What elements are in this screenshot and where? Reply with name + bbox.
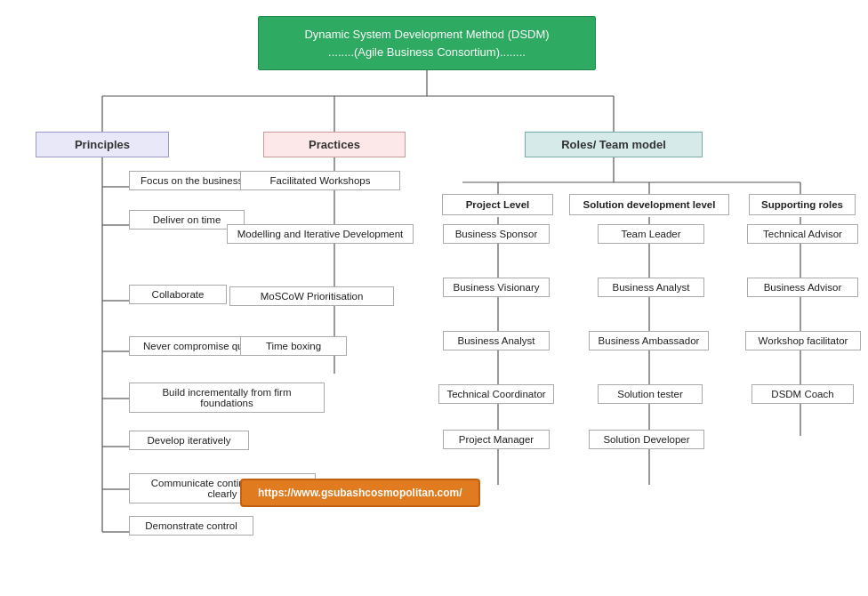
principle-8: Demonstrate control [129,516,253,536]
diagram-container: Dynamic System Development Method (DSDM)… [0,0,868,596]
cat-roles: Roles/ Team model [525,132,703,157]
solution-2: Business Analyst [598,278,704,297]
project-1: Business Sponsor [443,224,550,244]
practice-4: Time boxing [240,336,347,356]
subcat-supporting: Supporting roles [749,194,856,215]
practice-3: MoSCoW Prioritisation [229,286,394,306]
supporting-1: Technical Advisor [747,224,858,244]
practice-1: Facilitated Workshops [240,171,400,190]
solution-1: Team Leader [598,224,704,244]
root-line2: ........(Agile Business Consortium).....… [328,45,526,59]
principle-5: Build incrementally from firm foundation… [129,383,325,413]
solution-5: Solution Developer [589,430,704,449]
supporting-2: Business Advisor [747,278,858,297]
supporting-3: Workshop facilitator [745,331,861,350]
root-line1: Dynamic System Development Method (DSDM) [304,28,549,41]
principle-6: Develop iteratively [129,431,249,450]
project-5: Project Manager [443,430,550,449]
practice-2: Modelling and Iterative Development [227,224,414,244]
project-2: Business Visionary [443,278,550,297]
cat-practices: Practices [263,132,406,157]
project-3: Business Analyst [443,331,550,350]
url-badge[interactable]: https://www.gsubashcosmopolitan.com/ [240,479,480,507]
subcat-solution: Solution development level [569,194,729,215]
cat-principles: Principles [36,132,169,157]
subcat-project: Project Level [442,194,553,215]
root-node: Dynamic System Development Method (DSDM)… [258,16,596,70]
solution-4: Solution tester [598,384,703,404]
solution-3: Business Ambassador [589,331,709,350]
supporting-4: DSDM Coach [751,384,854,404]
principle-3: Collaborate [129,285,227,304]
project-4: Technical Coordinator [438,384,554,404]
